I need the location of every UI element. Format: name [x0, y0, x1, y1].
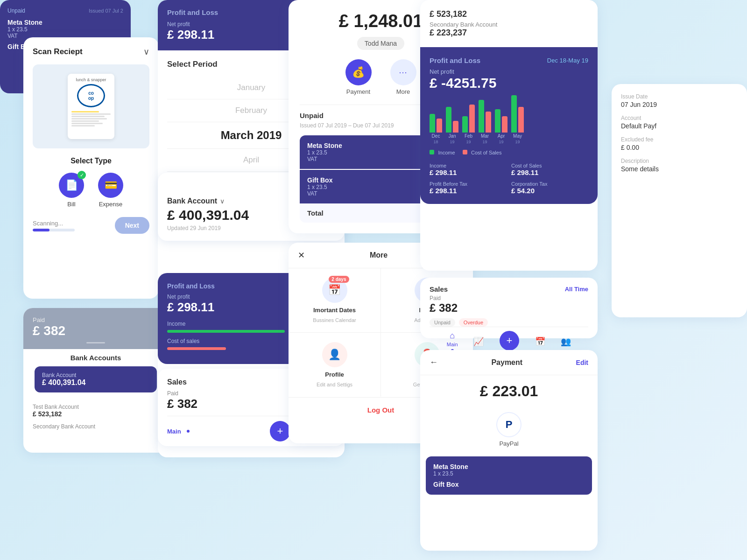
- pay-item2-name: Gift Box: [433, 481, 585, 488]
- payment-action[interactable]: 💰 Payment: [345, 59, 372, 95]
- bar-green-dec: [430, 114, 435, 133]
- more-label: More: [396, 88, 410, 95]
- dates-label: Imortant Dates: [313, 307, 356, 314]
- stat-profit-label: Profit Before Tax: [430, 181, 507, 187]
- payment-right-panel: ← Payment Edit £ 223.01 P PayPal Meta St…: [420, 350, 598, 551]
- sales-tab-main[interactable]: Main: [167, 428, 181, 435]
- bar-sublabel-apr: 19: [499, 140, 503, 144]
- pay-item-qty: 1 x 23.5: [433, 470, 585, 477]
- main-account-label: Bank Account: [42, 372, 149, 378]
- cost-legend-dot: [463, 150, 467, 154]
- pnl-right-panel: £ 523,182 Secondary Bank Account £ 223,2…: [420, 0, 598, 271]
- bank-account-item-main[interactable]: Bank Account £ 400,391.04: [23, 366, 168, 400]
- bar-coral-jan: [453, 121, 458, 133]
- scan-title: Scan Reciept: [33, 47, 83, 56]
- nav-main[interactable]: ⌂ Main: [447, 331, 458, 352]
- stat-cost-amount: £ 298.11: [511, 168, 588, 176]
- income-progress-bar: [167, 330, 285, 333]
- receipt-handwriting: lunch & snapper: [76, 77, 106, 82]
- stat-tax-label: Corporation Tax: [511, 181, 588, 187]
- add-button[interactable]: +: [270, 421, 290, 441]
- invoice-status: Unpaid: [300, 112, 324, 119]
- chevron-icon[interactable]: ∨: [143, 47, 149, 57]
- payment-items: Meta Stone 1 x 23.5 Gift Box: [426, 456, 592, 495]
- stat-income-amount: £ 298.11: [430, 168, 507, 176]
- more-item-profile[interactable]: 👤 Profile Edit and Settigs: [289, 333, 381, 397]
- stat-cost: Cost of Sales £ 298.11: [511, 163, 588, 176]
- bar-green-feb: [462, 116, 468, 133]
- bank-account-chevron[interactable]: ∨: [220, 197, 225, 205]
- bar-chart: Dec18Jan19Feb19Mar19Apr19May19: [430, 98, 588, 144]
- paypal-section: P PayPal: [420, 407, 598, 452]
- profile-label: Profile: [325, 371, 344, 378]
- bar-coral-feb: [469, 105, 475, 133]
- main-account-amount: £ 400,391.04: [42, 378, 149, 387]
- excluded-fee-label: Excluded fee: [621, 136, 738, 143]
- close-button[interactable]: ✕: [298, 250, 305, 260]
- stat-income-label: Income: [430, 163, 507, 168]
- next-button[interactable]: Next: [115, 217, 149, 234]
- irc-status: Unpaid: [7, 7, 25, 14]
- sales-right-title: Sales: [430, 285, 448, 293]
- chart-icon: 📈: [473, 336, 484, 347]
- bar-green-may: [511, 95, 517, 133]
- paypal-label: PayPal: [499, 440, 518, 447]
- bar-sublabel-feb: 19: [466, 140, 471, 144]
- bar-sublabel-dec: 18: [433, 140, 438, 144]
- excluded-fee-row: Excluded fee £ 0.00: [621, 136, 738, 151]
- nav-main-label: Main: [447, 342, 458, 347]
- unpaid-tag: Unpaid: [430, 318, 455, 327]
- profile-sub: Edit and Settigs: [317, 382, 352, 387]
- nav-chart[interactable]: 📈: [473, 336, 484, 347]
- profile-icon: 👤: [322, 342, 347, 367]
- bar-coral-dec: [437, 119, 442, 133]
- first-bank-amount: £ 523,182: [430, 9, 588, 19]
- bank-top-section: Paid £ 382: [23, 308, 168, 349]
- scanning-text: Scanning...: [33, 220, 75, 227]
- pnl-right-title: Profit and Loss: [430, 56, 480, 64]
- more-item-dates[interactable]: 📅 2 days Imortant Dates Bussines Calenda…: [289, 268, 381, 332]
- secondary-bank-amount: £ 223,237: [430, 28, 588, 38]
- payment-edit-button[interactable]: Edit: [576, 359, 588, 366]
- pnl-right-period[interactable]: Dec 18-May 19: [547, 57, 588, 64]
- scan-receipt-panel: Scan Reciept ∨ lunch & snapper coop Sele…: [23, 37, 159, 299]
- nav-people[interactable]: 👥: [561, 336, 571, 347]
- select-type-label: Select Type: [33, 157, 149, 165]
- bar-group-dec: Dec18: [430, 114, 442, 144]
- payment-back-button[interactable]: ←: [430, 357, 438, 367]
- invoice-user-tag[interactable]: Todd Mana: [357, 37, 404, 50]
- nav-add[interactable]: +: [500, 333, 519, 350]
- bar-sublabel-jan: 19: [450, 140, 454, 144]
- cost-legend-label: Cost of Sales: [471, 150, 501, 155]
- irc-item1-qty: 1 x 23.5: [7, 26, 123, 33]
- nav-people-icon: 👥: [561, 336, 571, 347]
- secondary-account-label: Secondary Bank Account: [33, 423, 159, 430]
- bar-green-mar: [479, 100, 484, 133]
- sales-right-paid-label: Paid: [430, 295, 588, 301]
- details-panel: Issue Date 07 Jun 2019 Account Default P…: [612, 84, 747, 317]
- sales-right-amount: £ 382: [430, 301, 588, 315]
- issue-date-label: Issue Date: [621, 93, 738, 100]
- pnl-title: Profit and Loss: [167, 8, 218, 16]
- nav-calendar-icon: 📅: [535, 336, 545, 347]
- expense-type-item[interactable]: 💳 Expense: [98, 173, 123, 208]
- add-center-button[interactable]: +: [500, 331, 519, 350]
- more-icon: ···: [390, 59, 416, 85]
- excluded-fee-value: £ 0.00: [621, 144, 738, 151]
- check-icon: ✓: [78, 171, 86, 179]
- pnl-right-top: £ 523,182 Secondary Bank Account £ 223,2…: [420, 0, 598, 47]
- account-row: Account Default Payf: [621, 115, 738, 130]
- sales-right-period[interactable]: All Time: [565, 286, 588, 293]
- bar-label-apr: Apr: [498, 133, 505, 139]
- more-action[interactable]: ··· More: [390, 59, 416, 95]
- test-account-section: Test Bank Account £ 523,182: [23, 400, 168, 421]
- bill-type-item[interactable]: 📄 ✓ Bill: [59, 173, 84, 208]
- bar-label-mar: Mar: [481, 133, 489, 139]
- bank-accounts-title: Bank Accounts: [23, 349, 168, 366]
- bar-group-may: May19: [511, 95, 524, 144]
- bill-icon: 📄 ✓: [59, 173, 84, 198]
- nav-calendar[interactable]: 📅: [535, 336, 545, 347]
- stat-profit: Profit Before Tax £ 298.11: [430, 181, 507, 195]
- paid-amount: £ 382: [33, 323, 159, 338]
- bar-coral-may: [518, 107, 524, 133]
